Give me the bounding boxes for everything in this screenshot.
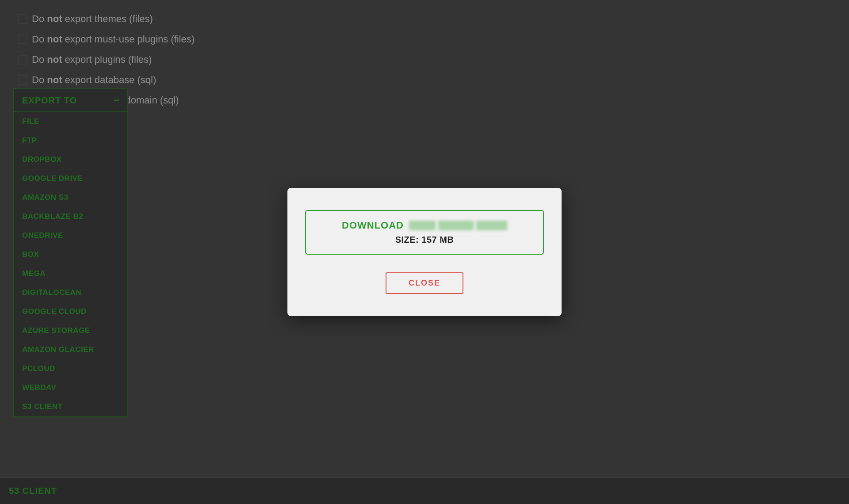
modal-overlay: DOWNLOAD SIZE: 157 MB CLOSE	[0, 0, 849, 504]
close-button[interactable]: CLOSE	[386, 272, 463, 294]
download-title-row: DOWNLOAD	[319, 220, 530, 231]
download-label: DOWNLOAD	[342, 220, 404, 231]
download-box: DOWNLOAD SIZE: 157 MB	[305, 210, 544, 255]
modal-dialog: DOWNLOAD SIZE: 157 MB CLOSE	[287, 188, 562, 316]
download-blurred-info	[409, 221, 507, 230]
blurred-block-3	[476, 221, 507, 230]
blurred-block-2	[438, 221, 474, 230]
blurred-block-1	[409, 221, 436, 230]
download-size: SIZE: 157 MB	[319, 235, 530, 245]
